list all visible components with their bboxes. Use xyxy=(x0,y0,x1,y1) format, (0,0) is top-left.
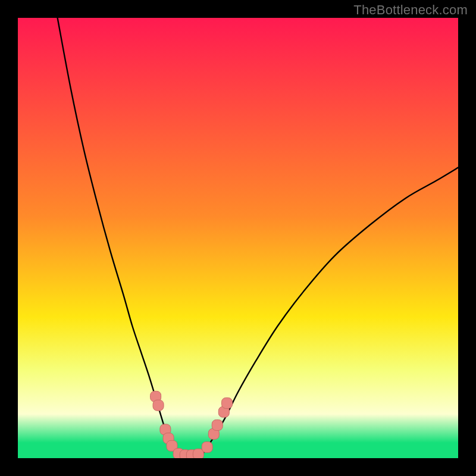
curve-right-branch xyxy=(203,168,458,454)
watermark-text: TheBottleneck.com xyxy=(353,2,468,18)
data-marker xyxy=(153,400,164,411)
data-marker xyxy=(212,420,223,431)
outer-frame: TheBottleneck.com xyxy=(0,0,476,476)
plot-area xyxy=(18,18,458,458)
data-marker xyxy=(202,442,212,453)
data-marker xyxy=(222,398,233,409)
chart-svg xyxy=(18,18,458,458)
curve-left-branch xyxy=(58,18,177,454)
